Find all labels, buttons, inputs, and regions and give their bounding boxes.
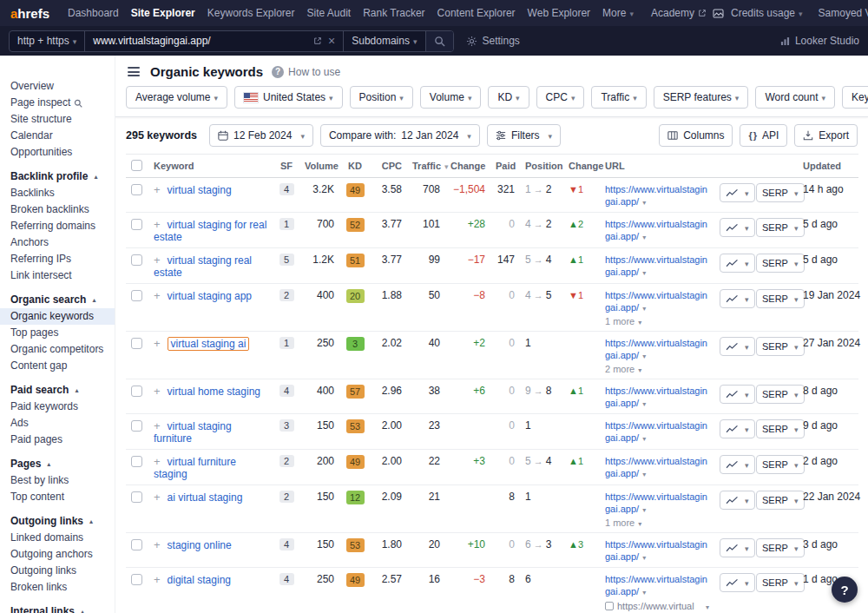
position-history-chart-button[interactable] xyxy=(720,455,755,474)
sidebar-item[interactable]: Calendar xyxy=(0,128,115,144)
serp-button[interactable]: SERP xyxy=(756,183,805,202)
add-to-list-icon[interactable]: + xyxy=(154,218,161,231)
header-position-change[interactable]: Change xyxy=(563,155,600,178)
header-cpc[interactable]: CPC xyxy=(371,155,407,178)
search-button[interactable] xyxy=(425,31,453,51)
position-history-chart-button[interactable] xyxy=(720,491,755,510)
chevron-down-icon[interactable] xyxy=(639,503,646,515)
sidebar-item[interactable]: Paid keywords xyxy=(0,399,115,415)
account-menu[interactable]: Samoyed Venture... xyxy=(817,0,868,26)
row-checkbox[interactable] xyxy=(131,539,142,550)
add-to-list-icon[interactable]: + xyxy=(154,337,161,350)
sidebar-item[interactable]: Outgoing links xyxy=(0,513,115,530)
filter-pill[interactable]: Word count xyxy=(755,86,835,109)
chevron-down-icon[interactable] xyxy=(639,301,646,313)
filters-button[interactable]: Filters xyxy=(487,124,561,147)
row-checkbox[interactable] xyxy=(131,386,142,397)
columns-button[interactable]: Columns xyxy=(659,124,733,147)
nav-item[interactable]: Content Explorer xyxy=(431,0,522,26)
filter-pill[interactable]: Keyword xyxy=(842,86,868,109)
result-url-link[interactable]: https://www.virtualstagingai.app/ xyxy=(605,184,707,207)
serp-button[interactable]: SERP xyxy=(756,573,805,592)
add-to-list-icon[interactable]: + xyxy=(154,254,161,267)
clear-url-icon[interactable]: × xyxy=(328,35,335,47)
result-url-link[interactable]: https://www.virtualstagingai.app/ xyxy=(605,574,707,597)
keyword-link[interactable]: virtual staging furniture xyxy=(154,420,232,445)
header-position[interactable]: Position xyxy=(520,155,563,178)
serp-button[interactable]: SERP xyxy=(756,254,805,273)
header-traffic[interactable]: Traffic xyxy=(407,155,445,178)
open-url-icon[interactable] xyxy=(313,36,322,45)
sidebar-item[interactable]: Referring IPs xyxy=(0,251,115,267)
chevron-down-icon[interactable] xyxy=(639,230,646,242)
keyword-link[interactable]: virtual furniture staging xyxy=(154,456,236,480)
settings-button[interactable]: Settings xyxy=(466,35,520,47)
sidebar-item[interactable]: Broken links xyxy=(0,579,115,596)
result-url-link[interactable]: https://www.virtualstagingai.app/ xyxy=(605,491,707,514)
serp-button[interactable]: SERP xyxy=(756,385,805,404)
help-fab-button[interactable]: ? xyxy=(832,577,858,603)
position-history-chart-button[interactable] xyxy=(720,538,755,557)
keyword-link[interactable]: digital staging xyxy=(168,574,231,586)
filter-pill[interactable]: SERP features xyxy=(654,86,749,109)
serp-button[interactable]: SERP xyxy=(756,289,805,308)
sidebar-item[interactable]: Internal links xyxy=(0,603,115,613)
header-keyword[interactable]: Keyword xyxy=(148,155,273,178)
nav-item[interactable]: Dashboard xyxy=(62,0,125,26)
sidebar-item[interactable]: Backlink profile xyxy=(0,168,115,185)
looker-studio-button[interactable]: Looker Studio xyxy=(780,35,859,47)
nav-item[interactable]: Site Explorer xyxy=(125,0,201,26)
row-checkbox[interactable] xyxy=(131,184,142,195)
row-checkbox[interactable] xyxy=(131,491,142,503)
sidebar-item[interactable]: Backlinks xyxy=(0,185,115,201)
sidebar-item[interactable]: Site structure xyxy=(0,111,115,128)
keyword-link[interactable]: virtual home staging xyxy=(168,386,260,398)
keyword-link[interactable]: ai virtual staging xyxy=(168,491,243,504)
export-button[interactable]: Export xyxy=(794,124,858,147)
serp-button[interactable]: SERP xyxy=(756,491,805,510)
filter-pill[interactable]: Position xyxy=(350,86,413,109)
sidebar-item[interactable]: Content gap xyxy=(0,358,115,374)
sidebar-item[interactable]: Best by links xyxy=(0,472,115,489)
more-urls-toggle[interactable]: 1 more xyxy=(605,517,709,528)
row-checkbox[interactable] xyxy=(131,219,142,230)
add-to-list-icon[interactable]: + xyxy=(154,573,161,586)
position-history-chart-button[interactable] xyxy=(720,254,755,273)
sidebar-item[interactable]: Link intersect xyxy=(0,267,115,284)
more-urls-toggle[interactable]: 1 more xyxy=(605,316,709,326)
sidebar-item[interactable]: Organic keywords xyxy=(0,308,115,325)
chevron-down-icon[interactable] xyxy=(639,349,646,361)
position-history-chart-button[interactable] xyxy=(720,385,755,404)
sidebar-item[interactable]: Organic search xyxy=(0,292,115,308)
nav-item[interactable]: Web Explorer xyxy=(522,0,596,26)
position-history-chart-button[interactable] xyxy=(720,183,755,202)
compare-with-button[interactable]: Compare with: 12 Jan 2024 xyxy=(320,124,480,147)
nav-item[interactable]: Rank Tracker xyxy=(357,0,431,26)
chevron-down-icon[interactable] xyxy=(639,550,646,563)
result-url-link[interactable]: https://www.virtualstagingai.app/ xyxy=(605,420,707,443)
chevron-down-icon[interactable] xyxy=(639,432,646,444)
scope-dropdown[interactable]: Subdomains xyxy=(343,31,424,51)
how-to-use-link[interactable]: ? How to use xyxy=(272,66,340,78)
sidebar-item[interactable]: Linked domains xyxy=(0,530,115,546)
nav-item[interactable]: Site Audit xyxy=(301,0,358,26)
chevron-down-icon[interactable] xyxy=(639,195,646,208)
api-button[interactable]: { } API xyxy=(740,124,787,147)
filter-pill[interactable]: KD xyxy=(488,86,529,109)
sidebar-item[interactable]: Paid search xyxy=(0,382,115,399)
row-checkbox[interactable] xyxy=(131,456,142,467)
serp-button[interactable]: SERP xyxy=(756,218,805,237)
chevron-down-icon[interactable] xyxy=(639,467,646,479)
select-all-checkbox[interactable] xyxy=(131,160,142,171)
result-url-link[interactable]: https://www.virtualstagingai.app/ xyxy=(605,219,707,241)
row-checkbox[interactable] xyxy=(131,290,142,301)
sidebar-item[interactable]: Opportunities xyxy=(0,144,115,161)
add-to-list-icon[interactable]: + xyxy=(154,289,161,302)
sidebar-item[interactable]: Pages xyxy=(0,456,115,472)
sidebar-item[interactable]: Ads xyxy=(0,415,115,432)
keyword-link[interactable]: virtual staging ai xyxy=(168,337,250,351)
target-url-input[interactable] xyxy=(93,35,307,47)
keyword-link[interactable]: virtual staging real estate xyxy=(154,254,252,279)
header-updated[interactable]: Updated xyxy=(798,155,858,178)
header-sf[interactable]: SF xyxy=(273,155,299,178)
